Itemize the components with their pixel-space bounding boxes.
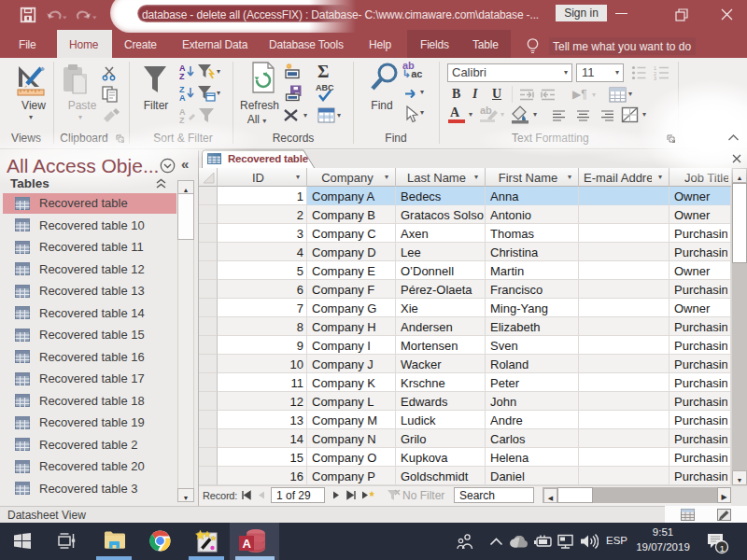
svg-text:1: 1 xyxy=(720,543,725,553)
svg-text:Z: Z xyxy=(179,72,185,80)
svg-text:A: A xyxy=(243,537,252,551)
svg-text:Z: Z xyxy=(179,116,185,124)
svg-text:3: 3 xyxy=(654,76,656,80)
svg-text:A: A xyxy=(179,93,186,102)
